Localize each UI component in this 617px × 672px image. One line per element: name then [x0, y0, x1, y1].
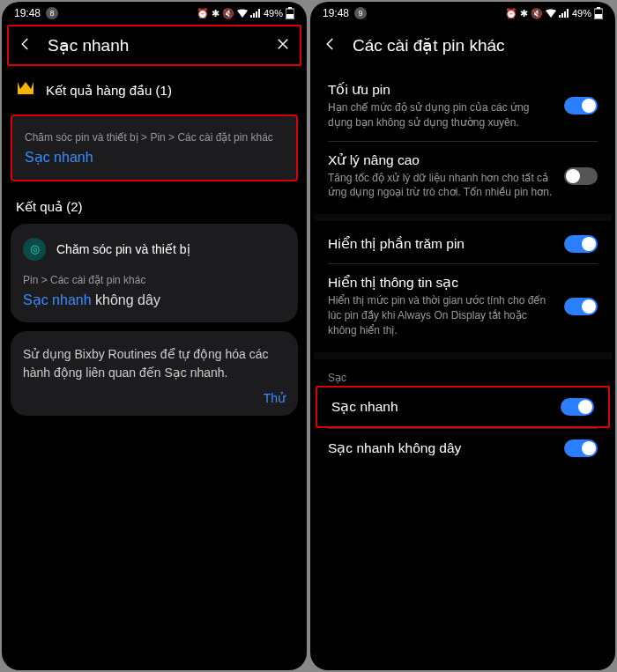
back-icon[interactable]	[323, 36, 338, 55]
top-results-header: Kết quả hàng đầu (1)	[2, 73, 307, 109]
bixby-card: Sử dụng Bixby Routines để tự động hóa cá…	[11, 331, 298, 416]
signal-icon	[559, 9, 569, 18]
search-header: Sạc nhanh	[7, 25, 301, 66]
wifi-icon	[237, 9, 248, 18]
setting-fast-wireless[interactable]: Sạc nhanh không dây	[314, 429, 612, 468]
setting-title: Sạc nhanh	[331, 399, 552, 415]
toggle-fast-charging[interactable]	[561, 398, 594, 416]
page-title: Các cài đặt pin khác	[353, 35, 603, 55]
bluetooth-icon: ✱	[212, 8, 219, 19]
setting-title: Xử lý nâng cao	[328, 152, 555, 168]
right-phone-screen: 19:48 9 ⏰ ✱ 🔇 49% Các cài đặt pin khác	[310, 2, 615, 670]
battery-icon	[594, 7, 603, 19]
toggle-percent[interactable]	[564, 235, 598, 253]
svg-rect-2	[286, 14, 294, 18]
setting-fast-charging[interactable]: Sạc nhanh	[317, 388, 608, 426]
left-phone-screen: 19:48 8 ⏰ ✱ 🔇 49% Sạc nhanh	[2, 2, 307, 670]
bixby-try-button[interactable]: Thử	[23, 391, 286, 405]
setting-advanced-processing[interactable]: Xử lý nâng cao Tăng tốc độ xử lý dữ liệu…	[314, 142, 612, 211]
setting-sub: Tăng tốc độ xử lý dữ liệu nhanh hơn cho …	[328, 171, 555, 201]
mute-icon: 🔇	[531, 8, 543, 19]
search-query[interactable]: Sạc nhanh	[48, 35, 261, 55]
svg-rect-1	[288, 7, 292, 9]
signal-icon	[250, 9, 261, 18]
battery-pct: 49%	[264, 8, 283, 18]
setting-sub: Hiển thị mức pin và thời gian ước tính c…	[328, 293, 555, 337]
results-section-title: Kết quả (2)	[2, 187, 307, 218]
bixby-text: Sử dụng Bixby Routines để tự động hóa cá…	[23, 345, 286, 382]
close-icon[interactable]	[275, 36, 291, 55]
toggle-optimize[interactable]	[564, 97, 598, 114]
status-time: 19:48	[323, 7, 349, 19]
highlight-fast-charging: Sạc nhanh	[316, 386, 610, 428]
svg-rect-4	[597, 7, 600, 9]
svg-rect-5	[595, 14, 602, 18]
toggle-fast-wireless[interactable]	[564, 439, 598, 457]
setting-show-percent[interactable]: Hiển thị phần trăm pin	[314, 225, 612, 263]
setting-optimize-battery[interactable]: Tối ưu pin Hạn chế mức độ sử dụng pin củ…	[314, 71, 612, 141]
device-care-icon: ◎	[23, 238, 46, 261]
setting-sub: Hạn chế mức độ sử dụng pin của các ứng d…	[328, 100, 555, 130]
toggle-advanced[interactable]	[564, 167, 598, 185]
crown-icon	[16, 80, 35, 100]
mute-icon: 🔇	[222, 8, 234, 19]
notification-count: 9	[354, 7, 367, 19]
setting-show-charging-info[interactable]: Hiển thị thông tin sạc Hiển thị mức pin …	[314, 264, 612, 348]
battery-pct: 49%	[572, 8, 591, 18]
group-charging-label: Sạc	[314, 363, 612, 386]
group-divider	[314, 352, 612, 359]
settings-list: Tối ưu pin Hạn chế mức độ sử dụng pin củ…	[310, 71, 615, 468]
breadcrumb: Pin > Các cài đặt pin khác	[23, 273, 286, 288]
device-row: ◎ Chăm sóc pin và thiết bị	[23, 238, 286, 261]
top-result-link[interactable]: Sạc nhanh	[25, 149, 284, 166]
status-bar: 19:48 9 ⏰ ✱ 🔇 49%	[310, 2, 615, 25]
breadcrumb: Chăm sóc pin và thiết bị > Pin > Các cài…	[25, 130, 284, 145]
status-bar: 19:48 8 ⏰ ✱ 🔇 49%	[2, 2, 307, 25]
battery-icon	[286, 7, 294, 19]
setting-title: Sạc nhanh không dây	[328, 440, 555, 456]
setting-title: Hiển thị phần trăm pin	[328, 236, 555, 252]
alarm-icon: ⏰	[197, 8, 209, 19]
bluetooth-icon: ✱	[520, 8, 528, 19]
back-icon[interactable]	[18, 36, 33, 55]
setting-title: Tối ưu pin	[328, 82, 555, 98]
top-results-title: Kết quả hàng đầu (1)	[46, 83, 172, 99]
device-care-label: Chăm sóc pin và thiết bị	[56, 242, 190, 256]
top-result-card[interactable]: Chăm sóc pin và thiết bị > Pin > Các cài…	[11, 114, 298, 181]
alarm-icon: ⏰	[505, 8, 517, 19]
second-result-link[interactable]: Sạc nhanh không dây	[23, 292, 286, 308]
status-time: 19:48	[14, 7, 41, 19]
toggle-charging-info[interactable]	[564, 298, 598, 315]
result-card[interactable]: ◎ Chăm sóc pin và thiết bị Pin > Các cài…	[11, 224, 298, 322]
notification-count: 8	[46, 7, 58, 19]
setting-title: Hiển thị thông tin sạc	[328, 275, 555, 291]
group-divider	[314, 214, 612, 221]
page-header: Các cài đặt pin khác	[310, 25, 615, 71]
wifi-icon	[546, 9, 556, 18]
